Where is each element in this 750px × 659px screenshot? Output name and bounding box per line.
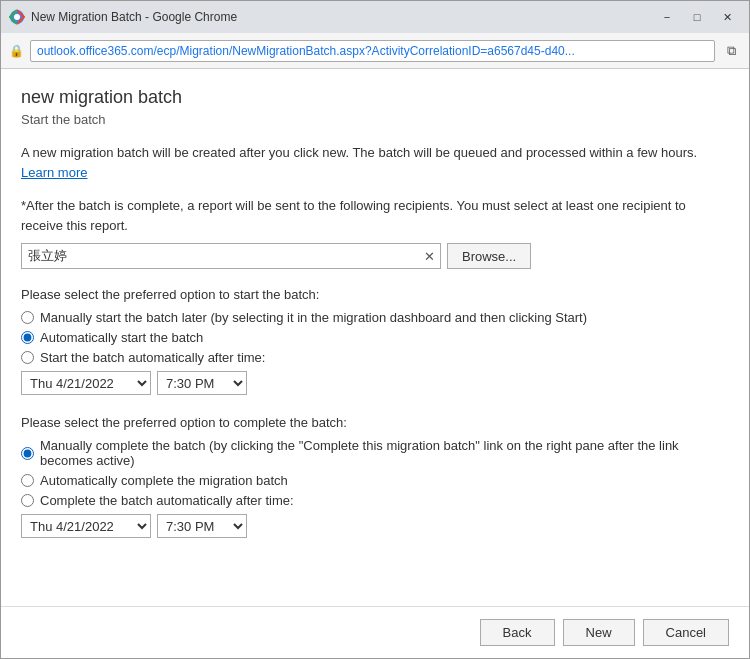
chrome-window: New Migration Batch - Google Chrome − □ … bbox=[0, 0, 750, 659]
address-bar: 🔒 outlook.office365.com/ecp/Migration/Ne… bbox=[1, 33, 749, 69]
description-text: A new migration batch will be created af… bbox=[21, 143, 729, 182]
complete-auto-label: Automatically complete the migration bat… bbox=[40, 473, 288, 488]
content-area: new migration batch Start the batch A ne… bbox=[1, 69, 749, 658]
complete-section-label: Please select the preferred option to co… bbox=[21, 415, 729, 430]
start-radio-group: Manually start the batch later (by selec… bbox=[21, 310, 729, 365]
page-subtitle: Start the batch bbox=[21, 112, 729, 127]
learn-more-link[interactable]: Learn more bbox=[21, 165, 87, 180]
title-bar: New Migration Batch - Google Chrome − □ … bbox=[1, 1, 749, 33]
start-time-label: Start the batch automatically after time… bbox=[40, 350, 265, 365]
back-button[interactable]: Back bbox=[480, 619, 555, 646]
start-time-select[interactable]: 7:30 PM bbox=[157, 371, 247, 395]
start-manual-label: Manually start the batch later (by selec… bbox=[40, 310, 587, 325]
complete-auto-option: Automatically complete the migration bat… bbox=[21, 473, 729, 488]
browser-icon bbox=[9, 9, 25, 25]
complete-auto-radio[interactable] bbox=[21, 474, 34, 487]
main-content: new migration batch Start the batch A ne… bbox=[1, 69, 749, 606]
start-time-radio[interactable] bbox=[21, 351, 34, 364]
complete-manual-option: Manually complete the batch (by clicking… bbox=[21, 438, 729, 468]
maximize-button[interactable]: □ bbox=[683, 6, 711, 28]
recipient-input[interactable] bbox=[22, 247, 418, 266]
complete-radio-group: Manually complete the batch (by clicking… bbox=[21, 438, 729, 508]
page-title: new migration batch bbox=[21, 87, 729, 108]
lock-icon: 🔒 bbox=[9, 44, 24, 58]
close-button[interactable]: ✕ bbox=[713, 6, 741, 28]
start-auto-option: Automatically start the batch bbox=[21, 330, 729, 345]
footer-bar: Back New Cancel bbox=[1, 606, 749, 658]
start-auto-label: Automatically start the batch bbox=[40, 330, 203, 345]
complete-manual-label: Manually complete the batch (by clicking… bbox=[40, 438, 729, 468]
window-controls: − □ ✕ bbox=[653, 6, 741, 28]
minimize-button[interactable]: − bbox=[653, 6, 681, 28]
new-button[interactable]: New bbox=[563, 619, 635, 646]
complete-date-select[interactable]: Thu 4/21/2022 bbox=[21, 514, 151, 538]
svg-point-1 bbox=[14, 14, 20, 20]
report-note: *After the batch is complete, a report w… bbox=[21, 196, 729, 235]
complete-manual-radio[interactable] bbox=[21, 447, 34, 460]
address-input[interactable]: outlook.office365.com/ecp/Migration/NewM… bbox=[30, 40, 715, 62]
description-body: A new migration batch will be created af… bbox=[21, 145, 697, 160]
complete-time-radio[interactable] bbox=[21, 494, 34, 507]
recipient-clear-button[interactable]: ✕ bbox=[418, 245, 440, 267]
start-auto-radio[interactable] bbox=[21, 331, 34, 344]
recipient-input-wrapper: ✕ bbox=[21, 243, 441, 269]
window-title: New Migration Batch - Google Chrome bbox=[31, 10, 653, 24]
complete-time-label: Complete the batch automatically after t… bbox=[40, 493, 294, 508]
start-manual-radio[interactable] bbox=[21, 311, 34, 324]
cancel-button[interactable]: Cancel bbox=[643, 619, 729, 646]
start-manual-option: Manually start the batch later (by selec… bbox=[21, 310, 729, 325]
start-section-label: Please select the preferred option to st… bbox=[21, 287, 729, 302]
browse-button[interactable]: Browse... bbox=[447, 243, 531, 269]
start-datetime-row: Thu 4/21/2022 7:30 PM bbox=[21, 371, 729, 395]
complete-time-select[interactable]: 7:30 PM bbox=[157, 514, 247, 538]
copy-url-button[interactable]: ⧉ bbox=[721, 41, 741, 61]
start-time-option: Start the batch automatically after time… bbox=[21, 350, 729, 365]
complete-time-option: Complete the batch automatically after t… bbox=[21, 493, 729, 508]
start-date-select[interactable]: Thu 4/21/2022 bbox=[21, 371, 151, 395]
complete-datetime-row: Thu 4/21/2022 7:30 PM bbox=[21, 514, 729, 538]
recipient-row: ✕ Browse... bbox=[21, 243, 729, 269]
